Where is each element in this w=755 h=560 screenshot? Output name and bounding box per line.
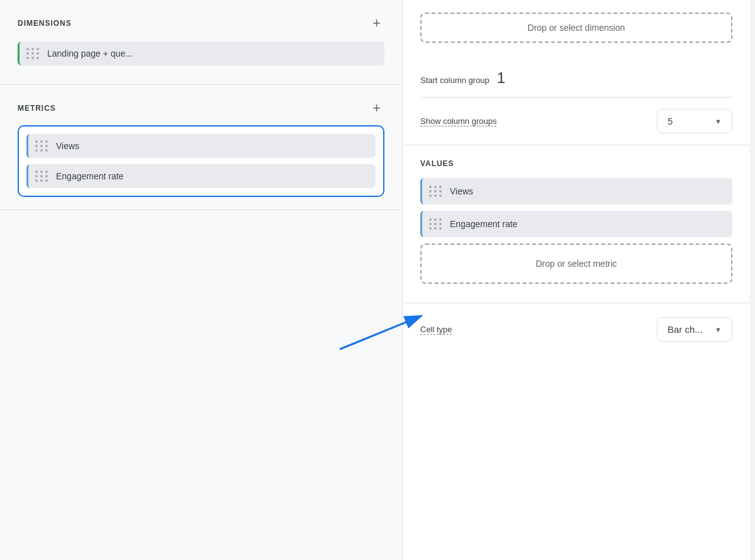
metrics-section: METRICS + Views Engagement rate — [0, 85, 402, 210]
cell-type-dropdown[interactable]: Bar ch... ▼ — [657, 317, 732, 342]
dimensions-title: DIMENSIONS — [18, 19, 72, 28]
value-item-0[interactable]: Views — [420, 178, 732, 204]
add-dimension-button[interactable]: + — [369, 15, 384, 31]
drag-handle-icon — [429, 186, 442, 197]
cell-type-label: Cell type — [420, 325, 452, 334]
show-column-groups-label: Show column groups — [420, 116, 496, 126]
scrollbar-track[interactable] — [750, 0, 755, 560]
show-column-groups-row: Show column groups 5 ▼ — [420, 109, 732, 133]
add-metric-button[interactable]: + — [369, 100, 384, 116]
chevron-down-icon: ▼ — [715, 118, 722, 125]
values-title: VALUES — [420, 159, 732, 168]
start-column-group-value: 1 — [497, 69, 505, 87]
cell-type-value: Bar ch... — [668, 324, 703, 335]
start-column-group-label: Start column group — [420, 76, 489, 85]
drag-handle-icon — [26, 48, 40, 59]
cell-type-section: Cell type Bar ch... ▼ — [403, 303, 750, 353]
value-item-1[interactable]: Engagement rate — [420, 211, 732, 237]
metrics-header: METRICS + — [18, 100, 384, 116]
start-column-group-section: Start column group 1 Show column groups … — [403, 55, 750, 145]
metric-label-1: Engagement rate — [56, 171, 123, 181]
show-column-groups-dropdown[interactable]: 5 ▼ — [657, 109, 732, 133]
drag-handle-icon — [429, 218, 442, 230]
show-column-groups-value: 5 — [668, 116, 673, 126]
drop-select-dimension-zone[interactable]: Drop or select dimension — [420, 13, 732, 43]
dimension-label-0: Landing page + que... — [47, 48, 133, 59]
drag-handle-icon — [35, 171, 48, 182]
cell-type-row: Cell type Bar ch... ▼ — [420, 317, 732, 342]
dimension-item-0[interactable]: Landing page + que... — [18, 42, 384, 65]
top-section: Drop or select dimension — [403, 0, 750, 43]
metrics-box: Views Engagement rate — [18, 125, 384, 197]
right-panel: Drop or select dimension Start column gr… — [403, 0, 750, 560]
drop-select-metric-zone[interactable]: Drop or select metric — [420, 244, 732, 284]
values-section: VALUES Views Engagement rate Drop or sel… — [403, 145, 750, 303]
value-label-1: Engagement rate — [450, 219, 517, 229]
metric-item-1[interactable]: Engagement rate — [26, 164, 376, 188]
left-panel: DIMENSIONS + Landing page + que... METRI… — [0, 0, 403, 560]
dimensions-header: DIMENSIONS + — [18, 15, 384, 31]
metric-item-0[interactable]: Views — [26, 134, 376, 158]
chevron-down-icon: ▼ — [715, 326, 722, 333]
drag-handle-icon — [35, 140, 48, 152]
dimensions-section: DIMENSIONS + Landing page + que... — [0, 0, 402, 85]
metrics-title: METRICS — [18, 104, 56, 113]
metric-label-0: Views — [56, 141, 79, 151]
start-column-group-row: Start column group 1 — [420, 69, 732, 87]
value-label-0: Views — [450, 186, 473, 196]
